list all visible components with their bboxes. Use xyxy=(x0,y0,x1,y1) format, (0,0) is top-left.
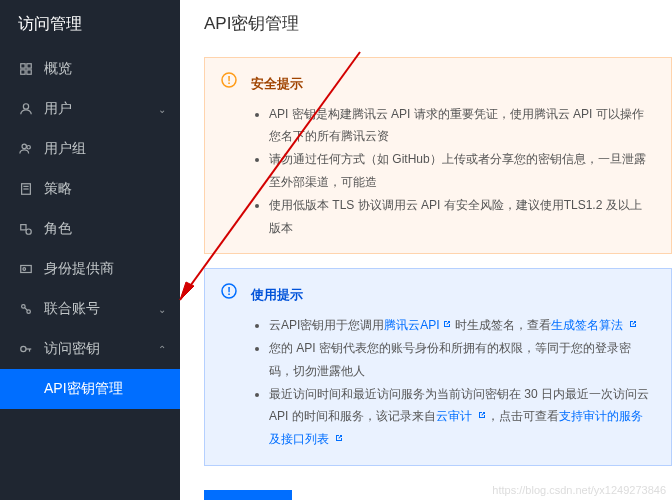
svg-rect-1 xyxy=(27,64,31,68)
svg-point-6 xyxy=(27,146,31,150)
chevron-down-icon: ⌄ xyxy=(158,104,166,115)
svg-rect-2 xyxy=(21,70,25,74)
sidebar-item-user[interactable]: 用户 ⌄ xyxy=(0,89,180,129)
sidebar-item-label: 访问密钥 xyxy=(44,340,100,358)
id-icon xyxy=(18,261,34,277)
sidebar-item-label: 用户 xyxy=(44,100,72,118)
svg-point-4 xyxy=(23,104,28,109)
svg-rect-10 xyxy=(21,225,26,230)
new-key-button[interactable]: 新建密钥 xyxy=(204,490,292,500)
sidebar-item-label: 角色 xyxy=(44,220,72,238)
sidebar-item-label: 身份提供商 xyxy=(44,260,114,278)
user-icon xyxy=(18,101,34,117)
sidebar-item-apikey[interactable]: API密钥管理 xyxy=(0,369,180,409)
svg-point-14 xyxy=(22,305,26,309)
watermark: https://blog.csdn.net/yx1249273846 xyxy=(492,484,666,496)
role-icon xyxy=(18,221,34,237)
security-alert: ! 安全提示 API 密钥是构建腾讯云 API 请求的重要凭证，使用腾讯云 AP… xyxy=(204,57,672,254)
external-icon xyxy=(477,405,487,415)
svg-text:!: ! xyxy=(227,74,231,86)
chevron-down-icon: ⌄ xyxy=(158,304,166,315)
svg-rect-0 xyxy=(21,64,25,68)
sidebar-item-label: 概览 xyxy=(44,60,72,78)
svg-point-15 xyxy=(27,310,31,314)
alert-title: 安全提示 xyxy=(251,72,653,97)
users-icon xyxy=(18,141,34,157)
sidebar-title: 访问管理 xyxy=(0,0,180,49)
sidebar-item-accesskey[interactable]: 访问密钥 ⌃ xyxy=(0,329,180,369)
svg-point-5 xyxy=(22,144,26,148)
external-icon xyxy=(628,314,638,324)
svg-text:!: ! xyxy=(227,285,231,297)
external-icon xyxy=(442,314,452,324)
alert-bullet: API 密钥是构建腾讯云 API 请求的重要凭证，使用腾讯云 API 可以操作您… xyxy=(269,103,653,149)
main-content: API密钥管理 ! 安全提示 API 密钥是构建腾讯云 API 请求的重要凭证，… xyxy=(180,0,672,500)
cloudaudit-link[interactable]: 云审计 xyxy=(436,409,472,423)
sidebar-item-label: 联合账号 xyxy=(44,300,100,318)
alert-bullet: 最近访问时间和最近访问服务为当前访问密钥在 30 日内最近一次访问云 API 的… xyxy=(269,383,653,451)
chevron-up-icon: ⌃ xyxy=(158,344,166,355)
link-icon xyxy=(18,301,34,317)
warning-icon: ! xyxy=(221,72,237,88)
sidebar-item-idp[interactable]: 身份提供商 xyxy=(0,249,180,289)
alert-bullet: 云API密钥用于您调用腾讯云API 时生成签名，查看生成签名算法 xyxy=(269,314,653,337)
sidebar-item-label: API密钥管理 xyxy=(44,380,123,398)
page-title: API密钥管理 xyxy=(204,12,672,35)
sidebar-item-label: 用户组 xyxy=(44,140,86,158)
svg-rect-3 xyxy=(27,70,31,74)
doc-icon xyxy=(18,181,34,197)
usage-alert: ! 使用提示 云API密钥用于您调用腾讯云API 时生成签名，查看生成签名算法 … xyxy=(204,268,672,465)
tencent-api-link[interactable]: 腾讯云API xyxy=(384,318,439,332)
alert-bullet: 使用低版本 TLS 协议调用云 API 有安全风险，建议使用TLS1.2 及以上… xyxy=(269,194,653,240)
sidebar-item-overview[interactable]: 概览 xyxy=(0,49,180,89)
sidebar-item-policy[interactable]: 策略 xyxy=(0,169,180,209)
svg-line-16 xyxy=(25,308,28,311)
signature-link[interactable]: 生成签名算法 xyxy=(551,318,623,332)
svg-point-11 xyxy=(26,229,31,234)
external-icon xyxy=(334,428,344,438)
info-icon: ! xyxy=(221,283,237,299)
svg-point-13 xyxy=(23,268,26,271)
alert-bullet: 请勿通过任何方式（如 GitHub）上传或者分享您的密钥信息，一旦泄露至外部渠道… xyxy=(269,148,653,194)
sidebar: 访问管理 概览 用户 ⌄ 用户组 策略 角色 身份提供商 联合账号 ⌄ 访问密钥… xyxy=(0,0,180,500)
sidebar-item-role[interactable]: 角色 xyxy=(0,209,180,249)
alert-title: 使用提示 xyxy=(251,283,653,308)
grid-icon xyxy=(18,61,34,77)
sidebar-item-label: 策略 xyxy=(44,180,72,198)
sidebar-item-usergroup[interactable]: 用户组 xyxy=(0,129,180,169)
svg-point-17 xyxy=(21,346,26,351)
alert-bullet: 您的 API 密钥代表您的账号身份和所拥有的权限，等同于您的登录密码，切勿泄露他… xyxy=(269,337,653,383)
key-icon xyxy=(18,341,34,357)
sidebar-item-federated[interactable]: 联合账号 ⌄ xyxy=(0,289,180,329)
